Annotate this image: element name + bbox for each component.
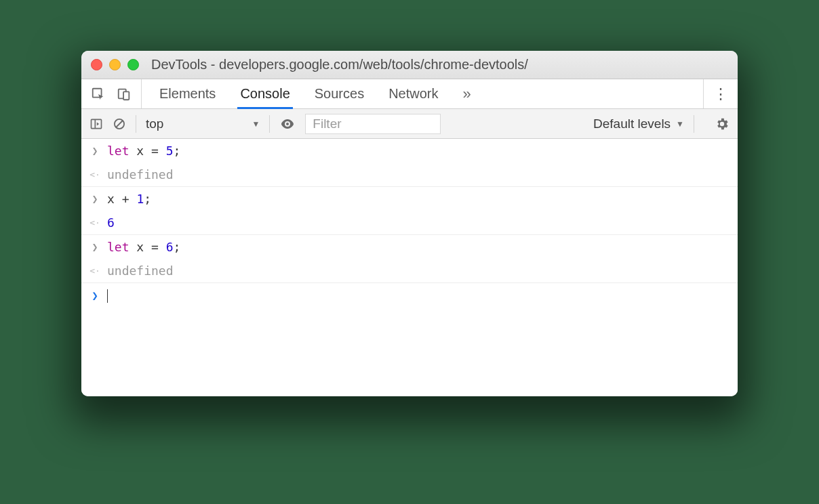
tabs-left-controls xyxy=(81,79,142,108)
console-code: x + 1; xyxy=(107,192,151,206)
settings-icon[interactable] xyxy=(715,109,730,138)
input-chevron-icon: ❯ xyxy=(89,193,100,205)
titlebar: DevTools - developers.google.com/web/too… xyxy=(81,51,738,79)
console-code: let x = 5; xyxy=(107,144,180,158)
minimize-window-button[interactable] xyxy=(109,59,121,70)
console-output-row: <· undefined xyxy=(81,259,738,283)
tab-list: Elements Console Sources Network » xyxy=(142,79,703,108)
console-result: undefined xyxy=(107,264,174,278)
toggle-device-icon[interactable] xyxy=(117,79,132,108)
console-prompt-row[interactable]: ❯ xyxy=(81,283,738,308)
tabs-right-controls: ⋮ xyxy=(703,79,738,108)
chevron-down-icon: ▼ xyxy=(676,119,684,129)
tab-bar: Elements Console Sources Network » ⋮ xyxy=(81,79,738,109)
close-window-button[interactable] xyxy=(91,59,102,70)
output-chevron-icon: <· xyxy=(89,217,100,228)
clear-console-icon[interactable] xyxy=(113,109,126,138)
console-result: undefined xyxy=(107,167,174,182)
context-selector[interactable]: top ▼ xyxy=(146,117,260,131)
tab-sources[interactable]: Sources xyxy=(315,79,364,108)
console-toolbar: top ▼ Filter Default levels ▼ xyxy=(81,109,738,139)
svg-rect-3 xyxy=(92,119,102,128)
divider xyxy=(136,115,136,133)
filter-input[interactable]: Filter xyxy=(305,114,441,134)
console-output-row: <· 6 xyxy=(81,211,738,235)
svg-line-6 xyxy=(116,121,123,127)
console-input-row: ❯ let x = 6; xyxy=(81,235,738,259)
divider xyxy=(694,115,694,133)
levels-label: Default levels xyxy=(593,117,671,131)
context-label: top xyxy=(146,117,163,131)
svg-rect-2 xyxy=(123,91,129,100)
traffic-lights xyxy=(91,59,139,70)
prompt-chevron-icon: ❯ xyxy=(89,289,100,302)
divider xyxy=(269,115,270,133)
console-code: let x = 6; xyxy=(107,240,180,254)
tab-console[interactable]: Console xyxy=(240,79,289,108)
inspect-element-icon[interactable] xyxy=(91,79,106,108)
tab-elements[interactable]: Elements xyxy=(159,79,216,108)
toggle-sidebar-icon[interactable] xyxy=(89,109,103,138)
tab-more[interactable]: » xyxy=(463,79,471,108)
window-title: DevTools - developers.google.com/web/too… xyxy=(151,57,528,72)
svg-point-7 xyxy=(286,123,289,125)
console-input[interactable] xyxy=(107,288,108,303)
devtools-window: DevTools - developers.google.com/web/too… xyxy=(81,51,738,396)
input-chevron-icon: ❯ xyxy=(89,145,100,157)
output-chevron-icon: <· xyxy=(89,169,100,180)
tab-network[interactable]: Network xyxy=(388,79,438,108)
text-cursor xyxy=(107,289,108,303)
log-level-selector[interactable]: Default levels ▼ xyxy=(593,117,684,131)
zoom-window-button[interactable] xyxy=(127,59,139,70)
console-input-row: ❯ x + 1; xyxy=(81,187,738,211)
console-result: 6 xyxy=(107,215,115,230)
console-output-row: <· undefined xyxy=(81,163,738,187)
live-expression-icon[interactable] xyxy=(279,109,296,138)
menu-icon[interactable]: ⋮ xyxy=(713,79,728,108)
chevron-down-icon: ▼ xyxy=(252,119,260,129)
input-chevron-icon: ❯ xyxy=(89,241,100,253)
output-chevron-icon: <· xyxy=(89,266,100,276)
console-input-row: ❯ let x = 5; xyxy=(81,139,738,163)
console-body: ❯ let x = 5; <· undefined ❯ x + 1; <· 6 … xyxy=(81,139,738,396)
